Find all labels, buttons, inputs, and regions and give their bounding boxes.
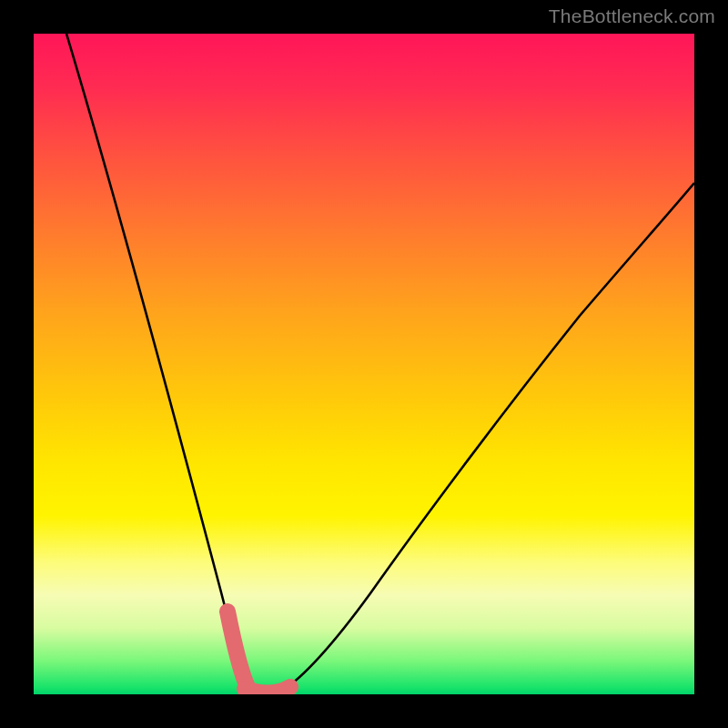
bottleneck-curve xyxy=(66,34,694,693)
plot-area xyxy=(34,34,694,694)
highlight-left xyxy=(228,612,248,687)
curve-layer xyxy=(34,34,694,694)
highlight-bottom xyxy=(245,687,290,693)
watermark-text: TheBottleneck.com xyxy=(549,5,715,27)
